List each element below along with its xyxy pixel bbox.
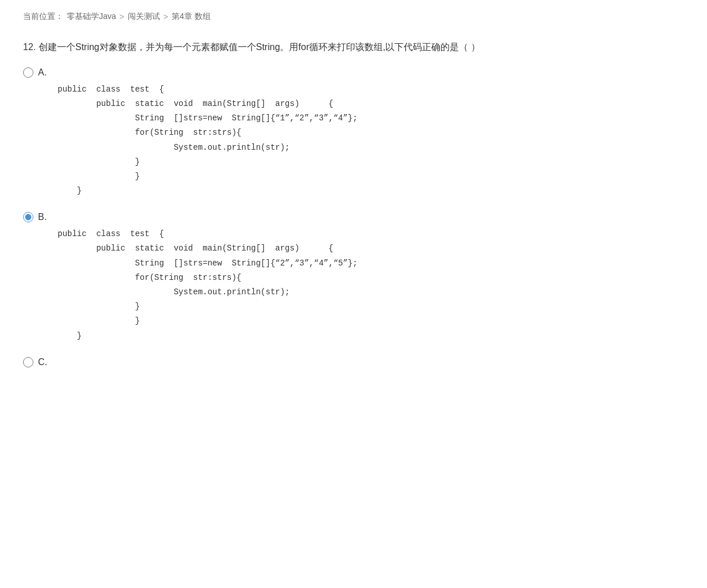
question-text: 12. 创建一个String对象数据，并为每一个元素都赋值一个String。用f…	[23, 39, 684, 56]
code-b-line-6: }	[58, 299, 684, 314]
question-number: 12.	[23, 42, 36, 52]
breadcrumb-sep-1: >	[120, 12, 124, 21]
code-a-line-6: }	[58, 155, 684, 169]
code-b-line-7: }	[58, 314, 684, 328]
code-b-line-4: for(String str:strs){	[58, 271, 684, 285]
code-a-line-1: public class test {	[58, 82, 684, 97]
option-b-code: public class test { public static void m…	[23, 227, 684, 343]
option-b: B. public class test { public static voi…	[23, 212, 684, 343]
option-b-header: B.	[23, 212, 684, 222]
code-b-line-5: System.out.println(str);	[58, 285, 684, 299]
option-c-header: C.	[23, 357, 684, 367]
option-c: C.	[23, 357, 684, 367]
breadcrumb-item-3[interactable]: 第4章 数组	[172, 12, 211, 22]
code-b-line-8: }	[58, 329, 684, 343]
option-a-header: A.	[23, 67, 684, 78]
code-a-line-7: }	[58, 169, 684, 184]
breadcrumb-item-1[interactable]: 零基础学Java	[67, 12, 116, 22]
code-a-line-4: for(String str:strs){	[58, 126, 684, 140]
option-c-radio[interactable]	[23, 357, 33, 367]
code-a-line-3: String []strs=new String[]{“1”,“2”,“3”,“…	[58, 111, 684, 126]
code-a-line-5: System.out.println(str);	[58, 141, 684, 155]
code-b-line-1: public class test {	[58, 227, 684, 241]
option-a: A. public class test { public static voi…	[23, 67, 684, 199]
option-b-label[interactable]: B.	[38, 212, 47, 222]
option-b-radio[interactable]	[23, 212, 33, 222]
option-c-label[interactable]: C.	[38, 357, 47, 367]
breadcrumb: 当前位置： 零基础学Java > 闯关测试 > 第4章 数组	[23, 12, 684, 22]
option-a-radio[interactable]	[23, 67, 33, 78]
code-b-line-3: String []strs=new String[]{“2”,“3”,“4”,“…	[58, 256, 684, 271]
code-a-line-8: }	[58, 184, 684, 198]
code-a-line-2: public static void main(String[] args) {	[58, 97, 684, 111]
option-a-label[interactable]: A.	[38, 67, 47, 78]
option-a-code: public class test { public static void m…	[23, 82, 684, 199]
question-block: 12. 创建一个String对象数据，并为每一个元素都赋值一个String。用f…	[23, 39, 684, 367]
breadcrumb-sep-2: >	[164, 12, 168, 21]
question-body: 创建一个String对象数据，并为每一个元素都赋值一个String。用for循环…	[39, 42, 480, 52]
breadcrumb-label: 当前位置：	[23, 12, 63, 22]
breadcrumb-item-2[interactable]: 闯关测试	[128, 12, 160, 22]
code-b-line-2: public static void main(String[] args) {	[58, 241, 684, 256]
